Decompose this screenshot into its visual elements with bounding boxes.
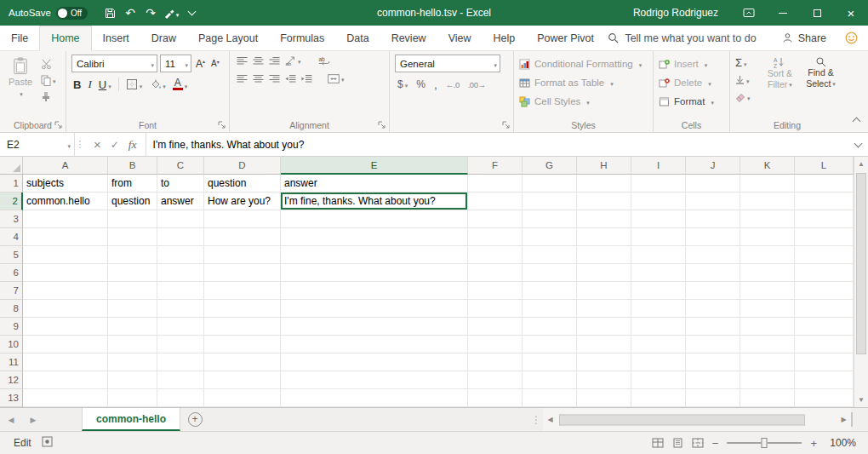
cell-i3[interactable] [631,210,686,228]
cell-d13[interactable] [204,389,281,407]
cell-k7[interactable] [740,282,795,300]
cell-k5[interactable] [740,246,795,264]
tab-splitter-handle[interactable] [529,408,543,431]
cell-k2[interactable] [740,193,795,210]
vertical-scroll-track[interactable] [854,171,868,393]
paste-button[interactable]: Paste [5,55,36,102]
cell-e12[interactable] [281,371,468,389]
tab-help[interactable]: Help [483,26,527,50]
cell-k6[interactable] [740,264,795,282]
page-break-view-button[interactable] [692,438,704,448]
cell-c13[interactable] [157,389,204,407]
cell-g1[interactable] [523,175,577,193]
increase-decimal-button[interactable]: ←.0 [446,80,460,89]
cell-b4[interactable] [108,228,157,246]
column-header-l[interactable]: L [795,157,854,175]
cell-a6[interactable] [23,264,108,282]
cell-h9[interactable] [577,318,631,336]
user-name[interactable]: Rodrigo Rodriguez [633,7,718,19]
customize-qat-button[interactable] [181,0,202,26]
zoom-slider[interactable] [727,442,802,444]
column-header-j[interactable]: J [686,157,740,175]
cell-j9[interactable] [686,318,740,336]
cell-a5[interactable] [23,246,108,264]
cell-b3[interactable] [108,210,157,228]
middle-align-icon[interactable] [253,56,264,66]
cell-e11[interactable] [281,353,468,371]
cell-c2[interactable]: answer [157,193,204,210]
tab-data[interactable]: Data [335,26,380,50]
cell-j13[interactable] [686,389,740,407]
fill-color-button[interactable] [149,78,166,91]
cell-a13[interactable] [23,389,108,407]
cell-a7[interactable] [23,282,108,300]
copy-button[interactable] [41,74,56,86]
cell-l12[interactable] [795,371,854,389]
formula-input[interactable]: I'm fine, thanks. What about you? [146,133,848,156]
cell-b13[interactable] [108,389,157,407]
decrease-indent-icon[interactable] [285,74,296,83]
merge-center-button[interactable] [328,72,345,84]
sheet-tab-common-hello[interactable]: common-hello [82,408,180,431]
tab-page-layout[interactable]: Page Layout [187,26,269,50]
tab-draw[interactable]: Draw [140,26,187,50]
insert-cells-button[interactable]: Insert [659,55,725,73]
cell-i13[interactable] [631,389,686,407]
zoom-slider-thumb[interactable] [762,438,768,448]
maximize-button[interactable] [800,0,834,26]
row-header-1[interactable]: 1 [0,175,23,193]
cell-j8[interactable] [686,300,740,318]
cell-f13[interactable] [468,389,523,407]
top-align-icon[interactable] [237,56,248,66]
cell-l3[interactable] [795,210,854,228]
autosave-toggle[interactable]: AutoSave Off [9,7,88,20]
cell-l9[interactable] [795,318,854,336]
format-cells-button[interactable]: Format [659,92,725,111]
cell-d4[interactable] [204,228,281,246]
ribbon-display-options-button[interactable] [732,0,766,26]
cell-l13[interactable] [795,389,854,407]
format-painter-button[interactable] [41,90,56,102]
font-family-combo[interactable]: Calibri [71,55,157,72]
cell-h4[interactable] [577,228,631,246]
cell-e9[interactable] [281,318,468,336]
cell-c12[interactable] [157,371,204,389]
cell-j6[interactable] [686,264,740,282]
cell-j7[interactable] [686,282,740,300]
cell-b8[interactable] [108,300,157,318]
cell-l6[interactable] [795,264,854,282]
tab-home[interactable]: Home [39,26,91,51]
cell-f4[interactable] [468,228,523,246]
row-header-9[interactable]: 9 [0,318,23,336]
close-button[interactable]: × [834,0,868,26]
row-header-13[interactable]: 13 [0,389,23,407]
cell-i12[interactable] [631,371,686,389]
orientation-button[interactable]: ab [285,55,301,66]
scroll-left-button[interactable] [543,416,557,423]
cell-c8[interactable] [157,300,204,318]
cell-g3[interactable] [523,210,577,228]
column-header-h[interactable]: H [577,157,631,175]
cell-c5[interactable] [157,246,204,264]
cell-k10[interactable] [740,336,795,353]
tab-formulas[interactable]: Formulas [269,26,335,50]
clear-button[interactable] [735,89,751,104]
number-dialog-launcher[interactable] [502,121,511,129]
cell-f1[interactable] [468,175,523,193]
cell-k3[interactable] [740,210,795,228]
align-left-icon[interactable] [237,74,248,83]
row-header-2[interactable]: 2 [0,193,23,210]
increase-indent-icon[interactable] [301,74,312,83]
row-header-3[interactable]: 3 [0,210,23,228]
cell-f3[interactable] [468,210,523,228]
cell-j11[interactable] [686,353,740,371]
save-button[interactable] [100,0,120,26]
cell-f9[interactable] [468,318,523,336]
cell-d7[interactable] [204,282,281,300]
cell-c4[interactable] [157,228,204,246]
cell-h13[interactable] [577,389,631,407]
cell-g12[interactable] [523,371,577,389]
autosum-button[interactable] [735,55,747,70]
cell-f12[interactable] [468,371,523,389]
tab-power-pivot[interactable]: Power Pivot [526,26,605,50]
